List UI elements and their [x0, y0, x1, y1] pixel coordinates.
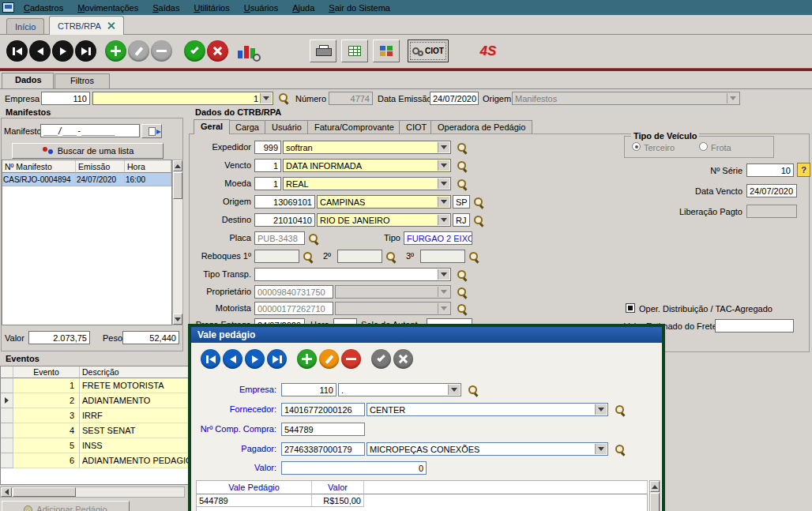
modal-nav-prev-button[interactable] [223, 349, 242, 369]
modal-valor-field[interactable]: 0 [281, 461, 427, 475]
tab-inicio[interactable]: Início [6, 18, 44, 35]
empresa-combo[interactable]: 1 [92, 92, 273, 105]
add-button[interactable] [105, 40, 126, 62]
modal-comp-compra-field[interactable]: 544789 [281, 423, 365, 436]
menu-cadastros[interactable]: Cadastros [17, 2, 70, 14]
origem-code-field[interactable]: 13069101 [254, 195, 315, 209]
modal-fornecedor-code-field[interactable]: 14016772000126 [281, 403, 365, 416]
modal-nav-next-button[interactable] [245, 349, 265, 369]
vencto-code-field[interactable]: 1 [254, 159, 281, 172]
modal-confirm-button[interactable] [371, 349, 391, 369]
scroll-left-button[interactable] [1, 487, 12, 497]
manifestos-scrollbar[interactable] [172, 160, 183, 325]
tab-carga[interactable]: Carga [228, 120, 266, 134]
search-icon[interactable] [457, 303, 468, 314]
vencto-combo[interactable]: DATA INFORMADA [283, 159, 451, 172]
oper-distribuicao-checkbox[interactable] [626, 303, 635, 313]
tab-fatura-comprovante[interactable]: Fatura/Comprovante [307, 120, 401, 134]
dropdown-arrow-icon[interactable] [438, 269, 449, 280]
search-icon[interactable] [457, 160, 468, 171]
dropdown-arrow-icon[interactable] [448, 385, 460, 395]
ciot-button[interactable]: CIOT [408, 39, 449, 62]
dropdown-arrow-icon[interactable] [260, 93, 272, 103]
reboque2-field[interactable] [337, 250, 382, 263]
search-icon[interactable] [473, 215, 484, 226]
adicionar-pedagio-button[interactable]: Adicionar Pedágio [2, 501, 130, 511]
tab-filtros[interactable]: Filtros [55, 73, 110, 88]
delete-button[interactable] [151, 40, 172, 62]
menu-usuarios[interactable]: Usuários [237, 2, 285, 14]
tipo-transp-combo[interactable] [254, 268, 451, 281]
dropdown-arrow-icon[interactable] [438, 178, 449, 189]
search-icon[interactable] [457, 178, 468, 190]
moeda-combo[interactable]: REAL [283, 177, 451, 190]
column-header[interactable]: Valor [312, 481, 364, 494]
tab-geral[interactable]: Geral [194, 119, 230, 134]
tab-dados[interactable]: Dados [2, 73, 54, 88]
modal-pagador-combo[interactable]: MICROPEÇAS CONEXÕES [367, 442, 608, 456]
destino-cidade-combo[interactable]: RIO DE JANEIRO [317, 213, 451, 227]
table-row[interactable]: 544789 [197, 494, 312, 507]
search-icon[interactable] [303, 251, 314, 262]
scroll-thumb[interactable] [13, 487, 76, 497]
table-row[interactable]: 16:00 [125, 173, 171, 186]
reboque3-field[interactable] [420, 250, 465, 263]
table-row[interactable]: 4 [13, 423, 80, 438]
modal-cancel-button[interactable] [393, 349, 413, 369]
dropdown-arrow-icon[interactable] [595, 404, 607, 415]
table-row[interactable]: 3 [13, 408, 80, 423]
tab-ctrb-rpa[interactable]: CTRB/RPA [49, 16, 124, 35]
search-icon[interactable] [468, 251, 479, 262]
scroll-up-button[interactable] [650, 481, 660, 492]
search-icon[interactable] [308, 233, 319, 244]
search-icon[interactable] [457, 269, 468, 280]
search-icon[interactable] [385, 251, 397, 262]
search-icon[interactable] [473, 197, 484, 208]
softran-logo-icon[interactable]: 4S [476, 39, 501, 63]
help-button[interactable]: ? [797, 163, 810, 177]
nav-first-button[interactable] [6, 40, 28, 62]
empresa-code-field[interactable]: 110 [41, 92, 90, 105]
dropdown-arrow-icon[interactable] [438, 197, 449, 207]
modal-nav-last-button[interactable] [267, 349, 287, 369]
dropdown-arrow-icon[interactable] [438, 160, 449, 171]
spreadsheet-button[interactable] [341, 39, 368, 62]
modal-nav-first-button[interactable] [201, 349, 220, 369]
close-tab-icon[interactable] [107, 21, 115, 30]
modal-empresa-code-field[interactable]: 110 [281, 383, 336, 396]
scroll-up-button[interactable] [173, 160, 182, 171]
column-header[interactable]: Vale Pedágio [197, 481, 312, 494]
table-row[interactable]: 24/07/2020 [76, 173, 125, 186]
table-row[interactable]: CAS/RJO-0004894 [2, 173, 76, 186]
search-icon[interactable] [468, 385, 479, 396]
moeda-code-field[interactable]: 1 [254, 177, 281, 190]
modal-pagador-code-field[interactable]: 27463387000179 [281, 442, 365, 456]
column-header[interactable]: Emissão [76, 160, 125, 173]
modal-scrollbar[interactable] [649, 480, 660, 511]
modal-add-button[interactable] [297, 349, 317, 369]
dropdown-arrow-icon[interactable] [595, 444, 607, 454]
dropdown-arrow-icon[interactable] [438, 215, 449, 225]
manifesto-go-button[interactable] [141, 124, 162, 138]
origem-uf-field[interactable]: SP [453, 195, 470, 209]
valor-estimado-field[interactable] [715, 319, 794, 333]
nav-next-button[interactable] [52, 40, 73, 62]
search-icon[interactable] [457, 142, 468, 153]
buscar-lista-button[interactable]: Buscar de uma lista [12, 143, 164, 159]
print-button[interactable] [310, 39, 336, 62]
table-row[interactable]: R$150,00 [312, 494, 364, 507]
table-row[interactable]: 2 [13, 393, 80, 408]
radio-terceiro[interactable] [632, 142, 641, 151]
chart-button[interactable] [237, 41, 261, 62]
column-header[interactable]: Hora [125, 160, 171, 173]
dialog-titlebar[interactable]: Vale pedágio [191, 327, 662, 343]
cancel-button[interactable] [207, 40, 228, 62]
export-grid-button[interactable] [373, 39, 400, 62]
column-header[interactable]: Evento [13, 366, 80, 378]
tab-usuario[interactable]: Usuário [265, 120, 309, 134]
search-icon[interactable] [615, 444, 626, 455]
manifesto-input[interactable]: ___/___-_______ [40, 124, 140, 137]
search-icon[interactable] [278, 92, 289, 103]
origem-cidade-combo[interactable]: CAMPINAS [317, 195, 451, 209]
eventos-hscrollbar[interactable] [0, 487, 185, 498]
